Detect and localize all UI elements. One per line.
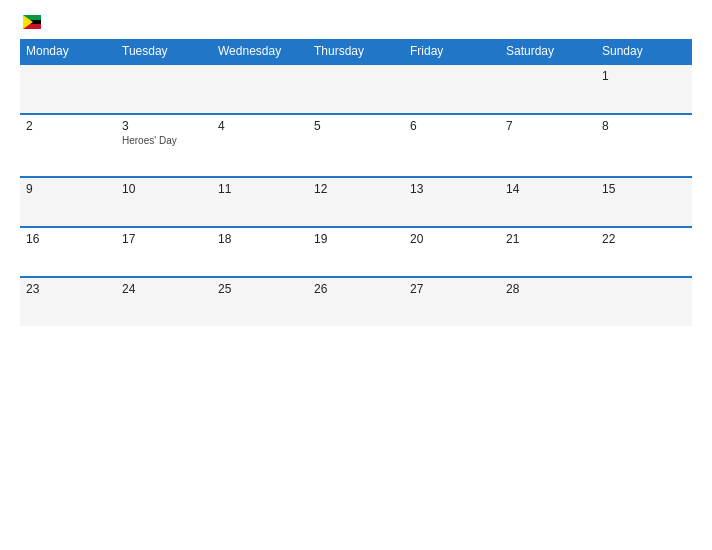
calendar-cell: 2 [20,114,116,177]
day-number: 11 [218,182,302,196]
calendar-cell: 20 [404,227,500,277]
day-number: 18 [218,232,302,246]
calendar-cell: 19 [308,227,404,277]
calendar-cell: 13 [404,177,500,227]
day-number: 5 [314,119,398,133]
calendar-cell: 7 [500,114,596,177]
day-number: 13 [410,182,494,196]
week-row-4: 16171819202122 [20,227,692,277]
calendar-cell: 18 [212,227,308,277]
calendar-cell: 9 [20,177,116,227]
logo-flag-icon [23,15,41,29]
day-number: 3 [122,119,206,133]
calendar-cell: 24 [116,277,212,326]
day-number: 20 [410,232,494,246]
day-number: 23 [26,282,110,296]
calendar-cell: 10 [116,177,212,227]
calendar-cell: 4 [212,114,308,177]
calendar-cell: 11 [212,177,308,227]
weekday-wednesday: Wednesday [212,39,308,64]
calendar-cell [212,64,308,114]
calendar-cell [596,277,692,326]
weekday-saturday: Saturday [500,39,596,64]
day-number: 17 [122,232,206,246]
calendar-cell [116,64,212,114]
weekday-tuesday: Tuesday [116,39,212,64]
day-number: 8 [602,119,686,133]
day-number: 4 [218,119,302,133]
weekday-friday: Friday [404,39,500,64]
day-number: 27 [410,282,494,296]
logo [20,15,41,29]
calendar-cell: 27 [404,277,500,326]
calendar-cell: 12 [308,177,404,227]
calendar-cell: 5 [308,114,404,177]
calendar-cell: 6 [404,114,500,177]
day-number: 6 [410,119,494,133]
day-number: 21 [506,232,590,246]
weekday-sunday: Sunday [596,39,692,64]
day-number: 2 [26,119,110,133]
calendar-cell [500,64,596,114]
week-row-3: 9101112131415 [20,177,692,227]
week-row-2: 23Heroes' Day45678 [20,114,692,177]
day-number: 22 [602,232,686,246]
calendar-cell [404,64,500,114]
day-number: 25 [218,282,302,296]
holiday-label: Heroes' Day [122,135,206,146]
calendar-cell: 26 [308,277,404,326]
day-number: 16 [26,232,110,246]
calendar-cell [20,64,116,114]
calendar-cell: 16 [20,227,116,277]
weekday-monday: Monday [20,39,116,64]
day-number: 12 [314,182,398,196]
calendar-cell: 14 [500,177,596,227]
calendar-page: MondayTuesdayWednesdayThursdayFridaySatu… [0,0,712,550]
calendar-cell: 23 [20,277,116,326]
calendar-cell [308,64,404,114]
calendar-header [20,15,692,29]
day-number: 14 [506,182,590,196]
day-number: 9 [26,182,110,196]
day-number: 1 [602,69,686,83]
day-number: 19 [314,232,398,246]
calendar-cell: 25 [212,277,308,326]
calendar-cell: 1 [596,64,692,114]
day-number: 7 [506,119,590,133]
day-number: 10 [122,182,206,196]
weekday-header-row: MondayTuesdayWednesdayThursdayFridaySatu… [20,39,692,64]
calendar-cell: 3Heroes' Day [116,114,212,177]
day-number: 26 [314,282,398,296]
day-number: 28 [506,282,590,296]
day-number: 24 [122,282,206,296]
calendar-table: MondayTuesdayWednesdayThursdayFridaySatu… [20,39,692,326]
calendar-cell: 17 [116,227,212,277]
weekday-thursday: Thursday [308,39,404,64]
week-row-5: 232425262728 [20,277,692,326]
calendar-cell: 21 [500,227,596,277]
calendar-cell: 8 [596,114,692,177]
calendar-cell: 28 [500,277,596,326]
day-number: 15 [602,182,686,196]
calendar-cell: 15 [596,177,692,227]
calendar-cell: 22 [596,227,692,277]
week-row-1: 1 [20,64,692,114]
